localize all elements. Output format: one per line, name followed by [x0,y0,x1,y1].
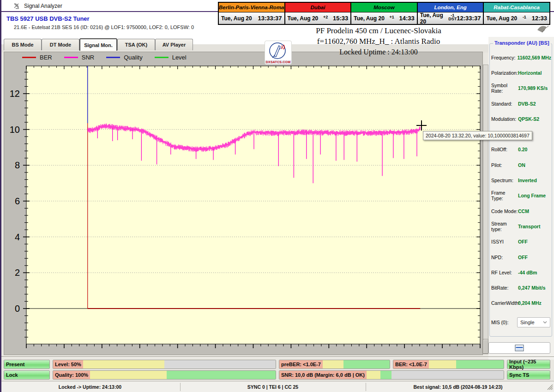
tab-av-player[interactable]: AV Player [155,39,193,50]
logo-text: DXSATCS.COM [265,60,291,64]
clock-value: 15:33 [333,15,348,22]
transponder-field-value: OFF [518,255,528,260]
meter-segment [456,360,504,368]
meter-segment [391,371,504,379]
clock-city: Berlin-Paris-Vienna-Roma [218,2,285,12]
clock-column: Rabat-CasablancaTue, Aug 20-112:33 [483,2,550,24]
mode-tabs: BS ModeDT ModeSignal Mon.TSA (OK)AV Play… [4,39,193,50]
legend-label: SNR [82,54,94,61]
meter-segment [343,360,390,368]
mis-value: Single [520,320,535,325]
transponder-row: Code Mode:CCM [491,203,551,219]
clock-utc-offset: -1 [523,15,526,19]
transponder-field-value: QPSK-S2 [518,116,539,122]
legend-swatch [22,57,36,58]
transponder-field-label: Frame Type: [491,190,518,201]
transponder-field-value: DVB-S2 [518,101,536,107]
window-title: Signal Analyzer [24,3,62,9]
resize-grip[interactable] [547,384,553,391]
y-axis-label: 8 [15,160,20,170]
clock-column: Berlin-Paris-Vienna-RomaTue, Aug 2013:33… [218,2,285,24]
transponder-field-value: -44 dBm [518,270,537,275]
offset-dst: DST [448,17,457,21]
meter-label: Quality: 100% [53,371,90,379]
transponder-row: ISSYIOFF [491,234,551,249]
world-clocks: Berlin-Paris-Vienna-RomaTue, Aug 2013:33… [218,2,550,25]
chart-scrollbar[interactable] [483,65,488,354]
status-sync: SYNC 0 | TEI 6 | CC 25 [180,381,366,392]
clock-city: London, Eng [417,2,484,12]
frequency-header: f=11602,760 MHz_H_ : Atlantis Radio [277,37,480,46]
chevron-down-icon [543,321,547,324]
tab-dt-mode[interactable]: DT Mode [42,39,79,50]
transponder-row: Symbol Rate:170,989 KS/s [491,81,551,96]
meter-label: preBER: <1.0E-7 [279,360,323,368]
clock-value: 12:33 [532,15,547,22]
tab-bs-mode[interactable]: BS Mode [4,39,42,50]
transponder-row: NPD:OFF [491,249,551,265]
capture-button[interactable] [488,342,550,354]
legend-label: BER [40,54,52,61]
tab-tsa-ok-[interactable]: TSA (OK) [117,39,155,50]
meter-quality: Quality: 100% [53,370,276,380]
clock-time: Tue, Aug 20-1DST12:33:37 [417,12,484,24]
transponder-field-value: 11602,569 MHz [517,55,551,60]
clock-date: Tue, Aug 20 [221,15,252,22]
transponder-field-value: Inverted [518,178,537,183]
legend-swatch [106,57,120,58]
transponder-field-label: Frequency: [491,55,517,60]
window-left-border [0,0,1,392]
transponder-rows: Frequency:11602,569 MHzPolarization:Hori… [491,50,551,311]
y-axis-label: 4 [15,232,20,242]
transponder-row: Stream type:Transport [491,219,551,234]
meter-segment [164,360,276,368]
mis-dropdown[interactable]: Single [517,317,550,327]
transponder-row: Standard:DVB-S2 [491,96,551,111]
tuner-details: 21.6E - Eutelsat 21B SES 16 (ID: 0216) @… [14,24,194,30]
transponder-field-label: Symbol Rate: [491,83,518,94]
meter-label: SNR: 10,0 dB (Margin: 6,0 dB | OK) [279,371,367,379]
clock-time: Tue, Aug 20-112:33 [483,12,550,24]
clock-utc-offset: -1DST [448,13,457,21]
y-axis-label: 10 [10,125,20,135]
transponder-field-value: CCM [518,208,529,214]
dxsatcs-logo: DXSATCS.COM [265,41,292,65]
clock-column: MoscowTue, Aug 20+114:33 [351,2,417,24]
badge-input: Input (~235 Kbps) [507,360,550,369]
clock-date: Tue, Aug 20 [288,15,319,22]
meter-label: BER: <1.0E-7 [393,360,429,368]
legend-label: Quality [124,54,142,61]
y-axis-label: 0 [15,303,20,314]
clock-value: 14:33 [399,15,415,22]
mis-row: MIS (0): Single [491,317,550,327]
tab-signal-mon-[interactable]: Signal Mon. [79,38,117,51]
transponder-field-value: Long Frame [518,193,546,198]
transponder-field-value: 0,204 MHz [518,300,542,306]
transponder-field-value: 0,247 Mbit/s [518,285,546,291]
clock-date: Tue, Aug 20 [486,15,517,22]
transponder-field-value: Transport [518,224,540,229]
plot-area [26,66,480,344]
transponder-field-value: ON [518,162,525,168]
meter-snr: SNR: 10,0 dB (Margin: 6,0 dB | OK) [279,370,504,380]
transponder-field-label: RF Level: [491,270,518,275]
clock-value: 12:33:37 [457,15,481,22]
transponder-row: Frequency:11602,569 MHz [491,50,551,65]
transponder-row: RF Level:-44 dBm [491,265,551,280]
crosshair-cursor [416,120,427,131]
badge-present: Present [4,360,50,369]
clock-utc-offset: +1 [390,15,394,19]
records-icon [515,344,524,351]
chart-tooltip: 2024-08-20 13.32.20, value: 10,100000381… [423,131,532,140]
app-satellite-icon [13,2,20,12]
signal-chart[interactable]: 024681012 [4,52,483,355]
clock-time: Tue, Aug 2013:33:37 [218,12,285,24]
legend-swatch [64,57,78,58]
site-header: PF Prodelin 450 cm / Lucenec-Slovakia [277,26,480,36]
transponder-row: Spectrum:Inverted [491,172,551,188]
transponder-field-label: NPD: [491,255,518,260]
clock-date: Tue, Aug 20 [354,15,385,22]
uptime-header: Locked Uptime : 24:13:00 [277,48,480,56]
chart-scrollbar-thumb[interactable] [483,339,488,354]
status-best-signal: Best signal: 10,5 dB (2024-08-19 14:23) [366,381,550,392]
